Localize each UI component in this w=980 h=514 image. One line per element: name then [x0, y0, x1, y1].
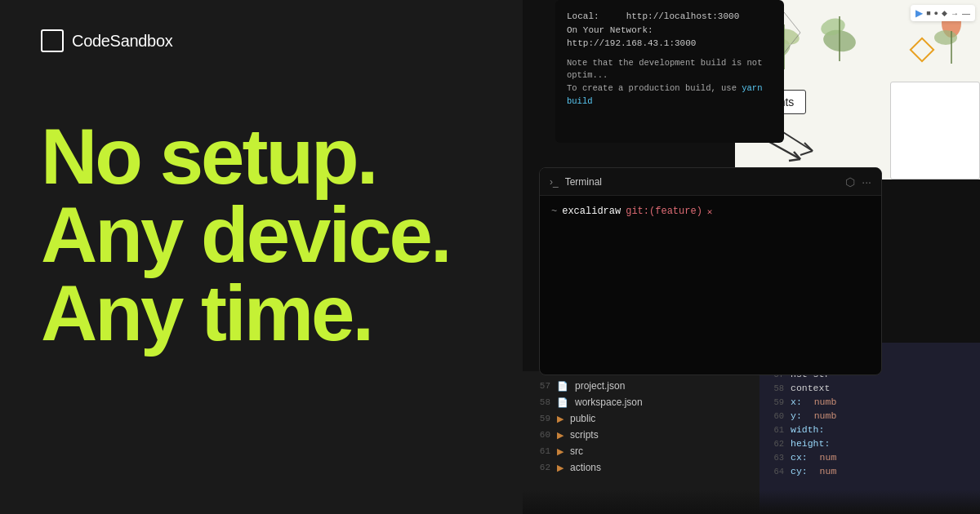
hero-line-1: No setup. — [41, 117, 498, 196]
code-line-61: 61 width: — [760, 423, 980, 436]
hero-line-3: Any time. — [41, 274, 498, 352]
logo-text: CodeSandbox — [72, 32, 172, 51]
terminal-title-actions: ⬡ ··· — [845, 175, 871, 188]
svg-point-8 — [934, 30, 957, 45]
terminal-titlebar: ›_ Terminal ⬡ ··· — [540, 168, 881, 196]
folder-icon: ▶ — [557, 430, 564, 441]
left-panel: CodeSandbox No setup. Any device. Any ti… — [0, 0, 539, 514]
svg-line-15 — [789, 159, 800, 161]
terminal-more-btn[interactable]: ··· — [862, 175, 871, 188]
code-line-60: 60 y: numb — [760, 409, 980, 423]
server-note-line: Note that the development build is not o… — [567, 57, 773, 83]
terminal-prompt-line: ~ excalidraw git:(feature) ✕ — [551, 206, 870, 217]
logo-icon — [41, 29, 64, 52]
prompt-close-x: ✕ — [707, 206, 713, 217]
file-icon: 📄 — [557, 381, 568, 392]
toolbar-dot-icon[interactable]: ● — [934, 9, 938, 17]
code-line-62: 62 height: — [760, 436, 980, 450]
file-tree-item-workspace[interactable]: 58 📄 workspace.json — [523, 394, 768, 410]
folder-icon: ▶ — [557, 414, 564, 424]
plant-illustration-2 — [817, 4, 862, 61]
toolbar-diamond-icon[interactable]: ◆ — [942, 9, 947, 17]
server-network-line: On Your Network: http://192.168.43.1:300… — [567, 24, 773, 51]
code-line-59: 59 x: numb — [760, 395, 980, 409]
code-line-58: 58 context — [760, 381, 980, 395]
file-tree-item-project[interactable]: 57 📄 project.json — [523, 378, 768, 394]
toolbar-stop-icon[interactable]: ■ — [926, 9, 930, 17]
server-terminal: Local: http://localhost:3000 On Your Net… — [555, 0, 784, 143]
terminal-title: Terminal — [565, 176, 840, 188]
prompt-branch-indicator: git:(feature) — [626, 206, 702, 217]
toolbar-dash-icon[interactable]: — — [962, 9, 970, 18]
file-tree-item-public[interactable]: 59 ▶ public — [523, 410, 768, 427]
prompt-arrow: ~ — [551, 206, 557, 217]
code-line-63: 63 cx: num — [760, 450, 980, 464]
server-local-line: Local: http://localhost:3000 — [567, 10, 773, 24]
right-panel: ▶ ■ ● ◆ → — Lights Local: — [523, 0, 980, 514]
toolbar-arrow-icon[interactable]: → — [951, 9, 959, 18]
excalidraw-toolbar[interactable]: ▶ ■ ● ◆ → — — [911, 5, 975, 21]
code-line-64: 64 cy: num — [760, 464, 980, 478]
svg-line-12 — [800, 151, 813, 155]
logo-area: CodeSandbox — [41, 29, 498, 52]
actions-label: actions — [570, 462, 601, 473]
server-terminal-content: Local: http://localhost:3000 On Your Net… — [555, 0, 784, 118]
file-tree-item-src[interactable]: 61 ▶ src — [523, 443, 768, 459]
terminal-maximize-btn[interactable]: ⬡ — [845, 175, 855, 188]
excalidraw-white-card — [890, 82, 980, 179]
folder-icon: ▶ — [557, 446, 564, 457]
terminal-overlay: ›_ Terminal ⬡ ··· ~ excalidraw git:(feat… — [539, 167, 882, 375]
terminal-body: ~ excalidraw git:(feature) ✕ — [540, 196, 881, 227]
toolbar-play-icon[interactable]: ▶ — [915, 7, 923, 19]
file-tree-item-scripts[interactable]: 60 ▶ scripts — [523, 427, 768, 443]
terminal-prompt-icon: ›_ — [550, 176, 559, 188]
hero-line-2: Any device. — [41, 196, 498, 274]
file-tree-item-actions[interactable]: 62 ▶ actions — [523, 459, 768, 476]
bottom-gradient — [523, 490, 980, 514]
server-build-line: To create a production build, use yarn b… — [567, 82, 773, 109]
folder-icon: ▶ — [557, 463, 564, 473]
hero-text: No setup. Any device. Any time. — [41, 117, 498, 352]
file-icon: 📄 — [557, 397, 568, 408]
prompt-dir: excalidraw — [562, 206, 621, 217]
